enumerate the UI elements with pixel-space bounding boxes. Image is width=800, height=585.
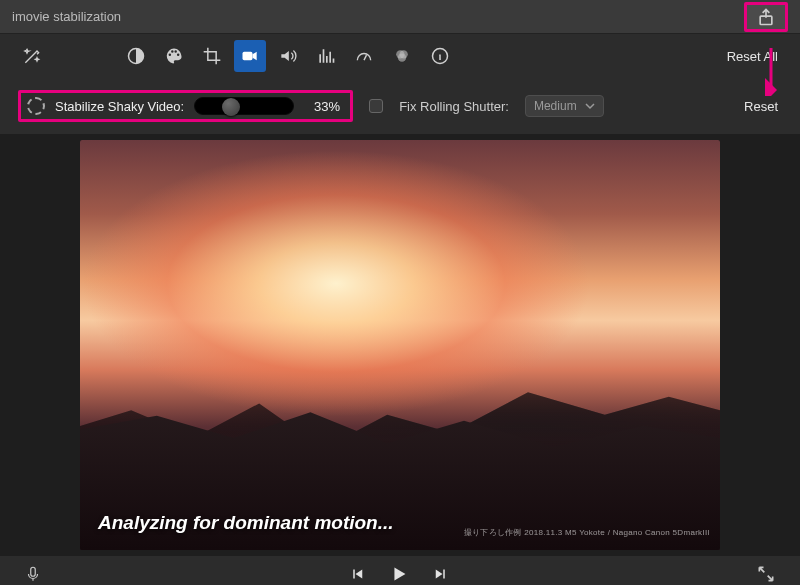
- window-title: imovie stabilization: [12, 9, 121, 24]
- speedometer-icon: [354, 46, 374, 66]
- play-button[interactable]: [388, 563, 410, 585]
- color-filter-button[interactable]: [386, 40, 418, 72]
- rolling-shutter-checkbox[interactable]: [369, 99, 383, 113]
- chevron-down-icon: [585, 101, 595, 111]
- rolling-shutter-label: Fix Rolling Shutter:: [399, 99, 509, 114]
- stabilize-slider-thumb[interactable]: [222, 98, 240, 116]
- fullscreen-button[interactable]: [756, 564, 776, 585]
- svg-rect-2: [243, 52, 253, 60]
- volume-icon: [278, 46, 298, 66]
- share-button[interactable]: [744, 2, 788, 32]
- stabilization-tab-button[interactable]: [234, 40, 266, 72]
- color-balance-icon: [126, 46, 146, 66]
- stabilize-value: 33%: [304, 99, 340, 114]
- stabilization-panel: Stabilize Shaky Video: 33% Fix Rolling S…: [0, 78, 800, 134]
- next-frame-button[interactable]: [432, 565, 450, 585]
- share-icon: [756, 7, 776, 27]
- stabilize-label: Stabilize Shaky Video:: [55, 99, 184, 114]
- reset-all-button[interactable]: Reset All: [727, 49, 778, 64]
- title-bar: imovie stabilization: [0, 0, 800, 34]
- prev-frame-button[interactable]: [348, 565, 366, 585]
- rolling-shutter-dropdown[interactable]: Medium: [525, 95, 604, 117]
- reset-button[interactable]: Reset: [744, 99, 782, 114]
- share-area: [744, 2, 788, 32]
- equalizer-icon: [316, 46, 336, 66]
- microphone-icon: [24, 565, 42, 583]
- play-icon: [388, 563, 410, 585]
- stabilize-group: Stabilize Shaky Video: 33%: [18, 90, 353, 122]
- info-icon: [430, 46, 450, 66]
- skip-next-icon: [432, 565, 450, 583]
- expand-icon: [756, 564, 776, 584]
- overlap-circles-icon: [392, 46, 412, 66]
- rolling-shutter-value: Medium: [534, 99, 577, 113]
- svg-rect-9: [31, 567, 36, 576]
- analysis-status-text: Analyzing for dominant motion...: [98, 512, 394, 534]
- transport-controls: [348, 563, 450, 585]
- video-metadata-text: 撮り下ろし作例 2018.11.3 M5 Yokote / Nagano Can…: [464, 527, 710, 538]
- videocam-icon: [240, 46, 260, 66]
- magic-wand-icon: [22, 46, 42, 66]
- stabilize-slider[interactable]: [194, 97, 294, 115]
- palette-icon: [164, 46, 184, 66]
- crop-button[interactable]: [196, 40, 228, 72]
- color-correction-button[interactable]: [158, 40, 190, 72]
- info-button[interactable]: [424, 40, 456, 72]
- crop-icon: [202, 46, 222, 66]
- skip-prev-icon: [348, 565, 366, 583]
- inspector-toolbar: Reset All: [0, 34, 800, 78]
- color-balance-button[interactable]: [120, 40, 152, 72]
- magic-wand-button[interactable]: [16, 40, 48, 72]
- bottom-bar: [0, 556, 800, 585]
- progress-spinner-icon: [27, 97, 45, 115]
- voiceover-mic-button[interactable]: [24, 565, 42, 585]
- speed-button[interactable]: [348, 40, 380, 72]
- svg-point-5: [398, 54, 406, 62]
- noise-eq-button[interactable]: [310, 40, 342, 72]
- video-viewer[interactable]: Analyzing for dominant motion... 撮り下ろし作例…: [80, 140, 720, 550]
- volume-button[interactable]: [272, 40, 304, 72]
